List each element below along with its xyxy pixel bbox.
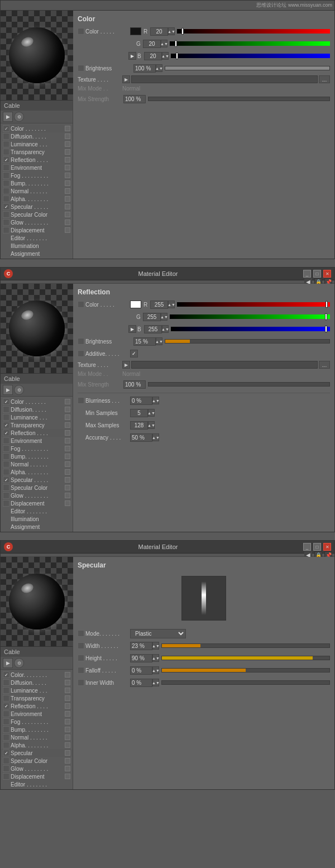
sidebar-settings-btn[interactable]: ⚙ bbox=[14, 112, 24, 122]
r-alpha-check[interactable] bbox=[3, 469, 9, 475]
reflection-check[interactable]: ✓ bbox=[3, 156, 9, 163]
refl-texture-dots-btn[interactable]: ... bbox=[319, 361, 330, 369]
r-sidebar-glow[interactable]: Glow . . . . . . . . bbox=[1, 492, 73, 499]
sidebar-item-fog[interactable]: Fog . . . . . . . . . bbox=[1, 171, 73, 179]
s-sidebar-color[interactable]: ✓ Color. . . . . . . . bbox=[1, 671, 73, 679]
texture-dots-btn[interactable]: ... bbox=[319, 75, 330, 83]
max-samples-input[interactable] bbox=[130, 421, 148, 430]
r-sidebar-normal[interactable]: Normal . . . . . . bbox=[1, 460, 73, 468]
r-sidebar-illumination[interactable]: Illumination bbox=[1, 515, 73, 523]
s-glow-check[interactable] bbox=[3, 765, 9, 772]
b-handle[interactable] bbox=[176, 53, 178, 59]
refl-r-spinner[interactable]: ▲▼ bbox=[168, 301, 175, 308]
blurriness-input[interactable] bbox=[130, 397, 152, 405]
sidebar-item-assignment[interactable]: Assignment bbox=[1, 250, 73, 257]
s-specular-color-check[interactable] bbox=[3, 757, 9, 764]
r-sidebar-alpha[interactable]: Alpha. . . . . . . . bbox=[1, 468, 73, 476]
blurriness-check[interactable] bbox=[78, 397, 84, 404]
s-sidebar-displacement[interactable]: Displacement bbox=[1, 772, 73, 780]
sidebar-item-displacement[interactable]: Displacement bbox=[1, 226, 73, 234]
s-sidebar-specular[interactable]: ✓ Specular bbox=[1, 749, 73, 757]
mode-dropdown[interactable]: Plastic bbox=[130, 629, 186, 638]
s-specular-check[interactable]: ✓ bbox=[3, 750, 9, 756]
minimize-btn[interactable]: _ bbox=[303, 270, 311, 278]
r-sidebar-reflection[interactable]: ✓ Reflection . . . . bbox=[1, 429, 73, 437]
specular-check[interactable]: ✓ bbox=[3, 203, 9, 210]
brightness-check[interactable] bbox=[78, 65, 84, 71]
s-transparency-check[interactable] bbox=[3, 695, 9, 702]
sidebar-nav-btn2[interactable]: ▶ bbox=[3, 385, 13, 395]
sidebar-item-glow[interactable]: Glow . . . . . . . . bbox=[1, 218, 73, 226]
brightness-input[interactable] bbox=[133, 64, 156, 73]
refl-color-check[interactable] bbox=[78, 301, 84, 308]
normal-check[interactable] bbox=[3, 188, 9, 194]
height-input[interactable] bbox=[130, 654, 152, 662]
inner-width-track[interactable] bbox=[161, 680, 330, 685]
falloff-input[interactable] bbox=[130, 666, 152, 675]
s-normal-check[interactable] bbox=[3, 734, 9, 741]
bump-check[interactable] bbox=[3, 180, 9, 187]
r-sidebar-diffusion[interactable]: Diffusion. . . . . bbox=[1, 406, 73, 413]
r-sidebar-luminance[interactable]: Luminance . . . bbox=[1, 413, 73, 421]
alpha-check[interactable] bbox=[3, 195, 9, 202]
s-sidebar-fog[interactable]: Fog . . . . . . . . . bbox=[1, 718, 73, 726]
inner-width-input[interactable] bbox=[130, 679, 152, 687]
refl-texture-field[interactable] bbox=[131, 361, 318, 369]
specular-settings-btn[interactable]: ⚙ bbox=[14, 658, 24, 668]
texture-field[interactable] bbox=[131, 75, 318, 83]
s-sidebar-bump[interactable]: Bump. . . . . . . . bbox=[1, 726, 73, 733]
refl-r-input[interactable] bbox=[150, 301, 168, 309]
r-spinner[interactable]: ▲▼ bbox=[168, 27, 175, 35]
transparency-check[interactable] bbox=[3, 149, 9, 155]
mix-strength-track[interactable] bbox=[148, 97, 330, 101]
refl-additive-toggle[interactable]: ✓ bbox=[130, 350, 138, 357]
r-normal-check[interactable] bbox=[3, 461, 9, 468]
falloff-track[interactable] bbox=[161, 668, 330, 673]
r-sidebar-specular[interactable]: ✓ Specular . . . . . bbox=[1, 476, 73, 484]
s-sidebar-environment[interactable]: Environment bbox=[1, 710, 73, 718]
refl-b-input[interactable] bbox=[144, 325, 162, 333]
fog-check[interactable] bbox=[3, 172, 9, 179]
specular-color-check[interactable] bbox=[3, 211, 9, 218]
refl-color-swatch[interactable] bbox=[130, 301, 141, 308]
s-sidebar-alpha[interactable]: Alpha. . . . . . . . bbox=[1, 741, 73, 749]
s-color-check[interactable]: ✓ bbox=[3, 671, 9, 678]
s-luminance-check[interactable] bbox=[3, 687, 9, 694]
sidebar-item-reflection[interactable]: ✓ Reflection . . . . bbox=[1, 156, 73, 164]
refl-brightness-check[interactable] bbox=[78, 338, 84, 345]
sidebar-item-luminance[interactable]: Luminance . . . bbox=[1, 140, 73, 148]
sidebar-item-normal[interactable]: Normal . . . . . . bbox=[1, 187, 73, 195]
inner-width-spinner[interactable]: ▲▼ bbox=[152, 679, 159, 686]
sidebar-item-illumination[interactable]: Illumination bbox=[1, 242, 73, 250]
refl-brightness-spinner[interactable]: ▲▼ bbox=[156, 337, 162, 345]
r-sidebar-assignment[interactable]: Assignment bbox=[1, 523, 73, 531]
falloff-spinner[interactable]: ▲▼ bbox=[152, 666, 159, 674]
height-check[interactable] bbox=[78, 655, 84, 661]
s-diffusion-check[interactable] bbox=[3, 679, 9, 686]
refl-additive-check[interactable] bbox=[78, 350, 84, 357]
close-btn[interactable]: ✕ bbox=[323, 270, 331, 278]
specular-minimize-btn[interactable]: _ bbox=[303, 543, 311, 551]
b-arrow-btn[interactable]: ▶ bbox=[128, 52, 136, 60]
s-sidebar-normal[interactable]: Normal . . . . . . bbox=[1, 733, 73, 741]
brightness-spinner[interactable]: ▲▼ bbox=[156, 64, 162, 72]
sidebar-item-specular[interactable]: ✓ Specular . . . . . bbox=[1, 203, 73, 211]
r-luminance-check[interactable] bbox=[3, 414, 9, 421]
sidebar-nav-btn[interactable]: ▶ bbox=[3, 112, 13, 122]
s-reflection-check[interactable]: ✓ bbox=[3, 703, 9, 709]
r-input[interactable] bbox=[150, 27, 168, 36]
g-handle[interactable] bbox=[175, 40, 177, 47]
luminance-check[interactable] bbox=[3, 141, 9, 147]
falloff-check[interactable] bbox=[78, 667, 84, 674]
r-diffusion-check[interactable] bbox=[3, 406, 9, 413]
maximize-btn[interactable]: □ bbox=[313, 270, 321, 278]
r-sidebar-transparency[interactable]: ✓ Transparency bbox=[1, 421, 73, 429]
specular-maximize-btn[interactable]: □ bbox=[313, 543, 321, 551]
height-spinner[interactable]: ▲▼ bbox=[152, 654, 159, 662]
r-sidebar-specular-color[interactable]: Specular Color bbox=[1, 484, 73, 492]
sidebar-item-alpha[interactable]: Alpha. . . . . . . . bbox=[1, 195, 73, 203]
refl-b-spinner[interactable]: ▲▼ bbox=[162, 325, 169, 333]
r-environment-check[interactable] bbox=[3, 437, 9, 444]
r-fog-check[interactable] bbox=[3, 445, 9, 452]
r-transparency-check[interactable]: ✓ bbox=[3, 422, 9, 428]
